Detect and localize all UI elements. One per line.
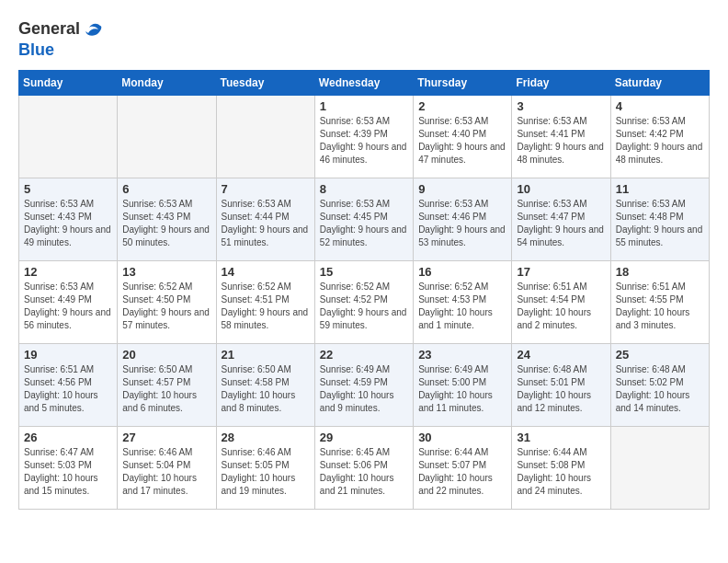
- day-info: Sunrise: 6:45 AM Sunset: 5:06 PM Dayligh…: [320, 446, 408, 498]
- calendar-cell: 14Sunrise: 6:52 AM Sunset: 4:51 PM Dayli…: [216, 260, 314, 343]
- day-info: Sunrise: 6:49 AM Sunset: 5:00 PM Dayligh…: [418, 363, 506, 415]
- day-info: Sunrise: 6:51 AM Sunset: 4:55 PM Dayligh…: [616, 281, 704, 332]
- day-number: 30: [418, 431, 506, 444]
- day-info: Sunrise: 6:53 AM Sunset: 4:40 PM Dayligh…: [418, 115, 506, 167]
- calendar-cell: 9Sunrise: 6:53 AM Sunset: 4:46 PM Daylig…: [414, 178, 512, 260]
- calendar-table: SundayMondayTuesdayWednesdayThursdayFrid…: [18, 70, 710, 510]
- calendar-cell: 4Sunrise: 6:53 AM Sunset: 4:42 PM Daylig…: [610, 95, 709, 178]
- weekday-header-wednesday: Wednesday: [314, 70, 413, 95]
- day-number: 19: [24, 348, 112, 362]
- weekday-header-friday: Friday: [512, 70, 610, 95]
- day-info: Sunrise: 6:46 AM Sunset: 5:05 PM Dayligh…: [222, 446, 310, 498]
- day-number: 28: [222, 431, 310, 444]
- day-info: Sunrise: 6:44 AM Sunset: 5:08 PM Dayligh…: [517, 446, 605, 498]
- calendar-cell: 22Sunrise: 6:49 AM Sunset: 4:59 PM Dayli…: [314, 343, 413, 426]
- day-info: Sunrise: 6:50 AM Sunset: 4:57 PM Dayligh…: [122, 363, 210, 415]
- day-number: 12: [24, 265, 112, 279]
- day-info: Sunrise: 6:51 AM Sunset: 4:54 PM Dayligh…: [517, 281, 605, 332]
- logo-general: General: [18, 19, 80, 38]
- day-number: 27: [122, 431, 210, 444]
- weekday-header-saturday: Saturday: [610, 70, 709, 95]
- calendar-cell: 27Sunrise: 6:46 AM Sunset: 5:04 PM Dayli…: [118, 426, 216, 509]
- day-number: 3: [517, 99, 605, 113]
- calendar-cell: 30Sunrise: 6:44 AM Sunset: 5:07 PM Dayli…: [414, 426, 512, 509]
- day-number: 7: [222, 182, 310, 196]
- calendar-week-row: 12Sunrise: 6:53 AM Sunset: 4:49 PM Dayli…: [19, 260, 710, 343]
- weekday-header-sunday: Sunday: [19, 70, 118, 95]
- day-number: 25: [616, 348, 704, 362]
- calendar-cell: [216, 95, 314, 178]
- day-info: Sunrise: 6:50 AM Sunset: 4:58 PM Dayligh…: [222, 363, 310, 415]
- calendar-cell: 25Sunrise: 6:48 AM Sunset: 5:02 PM Dayli…: [610, 343, 709, 426]
- day-number: 18: [616, 265, 704, 279]
- day-info: Sunrise: 6:52 AM Sunset: 4:51 PM Dayligh…: [222, 281, 310, 332]
- day-info: Sunrise: 6:53 AM Sunset: 4:47 PM Dayligh…: [517, 198, 605, 249]
- day-info: Sunrise: 6:49 AM Sunset: 4:59 PM Dayligh…: [320, 363, 408, 415]
- day-number: 20: [122, 348, 210, 362]
- day-number: 5: [24, 182, 112, 196]
- calendar-cell: 23Sunrise: 6:49 AM Sunset: 5:00 PM Dayli…: [414, 343, 512, 426]
- calendar-cell: 26Sunrise: 6:47 AM Sunset: 5:03 PM Dayli…: [19, 426, 118, 509]
- day-number: 6: [122, 182, 210, 196]
- calendar-cell: 20Sunrise: 6:50 AM Sunset: 4:57 PM Dayli…: [118, 343, 216, 426]
- day-number: 26: [24, 431, 112, 444]
- calendar-cell: 21Sunrise: 6:50 AM Sunset: 4:58 PM Dayli…: [216, 343, 314, 426]
- calendar-cell: 6Sunrise: 6:53 AM Sunset: 4:43 PM Daylig…: [118, 178, 216, 260]
- weekday-header-monday: Monday: [118, 70, 216, 95]
- calendar-week-row: 1Sunrise: 6:53 AM Sunset: 4:39 PM Daylig…: [19, 95, 710, 178]
- day-info: Sunrise: 6:53 AM Sunset: 4:43 PM Dayligh…: [24, 198, 112, 249]
- day-info: Sunrise: 6:51 AM Sunset: 4:56 PM Dayligh…: [24, 363, 112, 415]
- calendar-cell: 7Sunrise: 6:53 AM Sunset: 4:44 PM Daylig…: [216, 178, 314, 260]
- day-info: Sunrise: 6:48 AM Sunset: 5:01 PM Dayligh…: [517, 363, 605, 415]
- day-number: 29: [320, 431, 408, 444]
- logo-bird-icon: [82, 18, 104, 40]
- day-info: Sunrise: 6:53 AM Sunset: 4:41 PM Dayligh…: [517, 115, 605, 167]
- day-number: 4: [616, 99, 704, 113]
- day-number: 8: [320, 182, 408, 196]
- day-info: Sunrise: 6:53 AM Sunset: 4:45 PM Dayligh…: [320, 198, 408, 249]
- day-number: 21: [222, 348, 310, 362]
- calendar-cell: 28Sunrise: 6:46 AM Sunset: 5:05 PM Dayli…: [216, 426, 314, 509]
- day-info: Sunrise: 6:53 AM Sunset: 4:44 PM Dayligh…: [222, 198, 310, 249]
- day-number: 22: [320, 348, 408, 362]
- day-info: Sunrise: 6:47 AM Sunset: 5:03 PM Dayligh…: [24, 446, 112, 498]
- calendar-cell: 17Sunrise: 6:51 AM Sunset: 4:54 PM Dayli…: [512, 260, 610, 343]
- calendar-cell: 24Sunrise: 6:48 AM Sunset: 5:01 PM Dayli…: [512, 343, 610, 426]
- day-info: Sunrise: 6:44 AM Sunset: 5:07 PM Dayligh…: [418, 446, 506, 498]
- calendar-cell: 31Sunrise: 6:44 AM Sunset: 5:08 PM Dayli…: [512, 426, 610, 509]
- calendar-cell: 2Sunrise: 6:53 AM Sunset: 4:40 PM Daylig…: [414, 95, 512, 178]
- calendar-cell: 16Sunrise: 6:52 AM Sunset: 4:53 PM Dayli…: [414, 260, 512, 343]
- calendar-cell: [19, 95, 118, 178]
- day-info: Sunrise: 6:53 AM Sunset: 4:49 PM Dayligh…: [24, 281, 112, 332]
- day-info: Sunrise: 6:53 AM Sunset: 4:46 PM Dayligh…: [418, 198, 506, 249]
- calendar-cell: 3Sunrise: 6:53 AM Sunset: 4:41 PM Daylig…: [512, 95, 610, 178]
- day-info: Sunrise: 6:53 AM Sunset: 4:39 PM Dayligh…: [320, 115, 408, 167]
- calendar-cell: 19Sunrise: 6:51 AM Sunset: 4:56 PM Dayli…: [19, 343, 118, 426]
- calendar-cell: 13Sunrise: 6:52 AM Sunset: 4:50 PM Dayli…: [118, 260, 216, 343]
- day-number: 2: [418, 99, 506, 113]
- day-number: 15: [320, 265, 408, 279]
- day-number: 23: [418, 348, 506, 362]
- logo: General Blue: [18, 18, 104, 61]
- weekday-header-row: SundayMondayTuesdayWednesdayThursdayFrid…: [19, 70, 710, 95]
- day-number: 9: [418, 182, 506, 196]
- calendar-cell: 12Sunrise: 6:53 AM Sunset: 4:49 PM Dayli…: [19, 260, 118, 343]
- calendar-cell: 15Sunrise: 6:52 AM Sunset: 4:52 PM Dayli…: [314, 260, 413, 343]
- calendar-cell: [118, 95, 216, 178]
- day-number: 11: [616, 182, 704, 196]
- page-header: General Blue: [18, 18, 710, 61]
- day-info: Sunrise: 6:52 AM Sunset: 4:50 PM Dayligh…: [122, 281, 210, 332]
- weekday-header-thursday: Thursday: [414, 70, 512, 95]
- day-number: 1: [320, 99, 408, 113]
- weekday-header-tuesday: Tuesday: [216, 70, 314, 95]
- calendar-cell: 8Sunrise: 6:53 AM Sunset: 4:45 PM Daylig…: [314, 178, 413, 260]
- day-info: Sunrise: 6:53 AM Sunset: 4:48 PM Dayligh…: [616, 198, 704, 249]
- day-info: Sunrise: 6:53 AM Sunset: 4:43 PM Dayligh…: [122, 198, 210, 249]
- day-number: 31: [517, 431, 605, 444]
- day-info: Sunrise: 6:52 AM Sunset: 4:52 PM Dayligh…: [320, 281, 408, 332]
- day-info: Sunrise: 6:48 AM Sunset: 5:02 PM Dayligh…: [616, 363, 704, 415]
- calendar-cell: 29Sunrise: 6:45 AM Sunset: 5:06 PM Dayli…: [314, 426, 413, 509]
- day-number: 10: [517, 182, 605, 196]
- calendar-cell: 5Sunrise: 6:53 AM Sunset: 4:43 PM Daylig…: [19, 178, 118, 260]
- calendar-week-row: 19Sunrise: 6:51 AM Sunset: 4:56 PM Dayli…: [19, 343, 710, 426]
